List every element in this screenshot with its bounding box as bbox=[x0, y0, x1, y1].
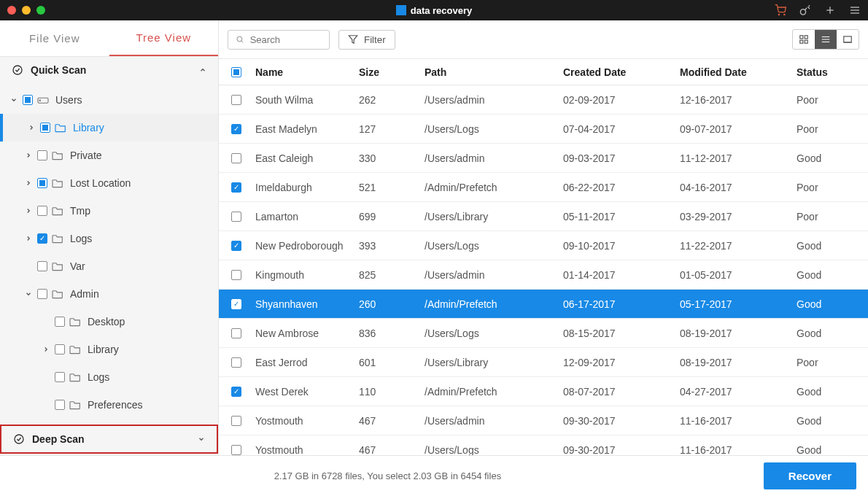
tree-item-tmp[interactable]: Tmp bbox=[0, 197, 218, 225]
table-header: Name Size Path Created Date Modified Dat… bbox=[219, 59, 868, 85]
column-status[interactable]: Status bbox=[792, 66, 865, 78]
tree-item-logs[interactable]: Logs bbox=[0, 363, 218, 391]
row-checkbox[interactable] bbox=[231, 182, 241, 193]
cell-path: /Users/Library bbox=[420, 357, 559, 368]
table-row[interactable]: East Madelyn127/Users/Logs07-04-201709-0… bbox=[219, 115, 868, 144]
table-row[interactable]: New Ambrose836/Users/Logs08-15-201708-19… bbox=[219, 319, 868, 348]
tree-item-users[interactable]: Users bbox=[0, 86, 218, 114]
view-mode-preview[interactable] bbox=[837, 30, 859, 49]
table-row[interactable]: Yostmouth467/Users/admin09-30-201711-16-… bbox=[219, 406, 868, 435]
row-checkbox[interactable] bbox=[231, 416, 241, 426]
tree-checkbox[interactable] bbox=[55, 317, 65, 327]
tree-item-library[interactable]: Library bbox=[0, 336, 218, 363]
cell-size: 393 bbox=[354, 240, 420, 252]
tree-item-logs[interactable]: Logs bbox=[0, 225, 218, 252]
tree-checkbox[interactable] bbox=[55, 372, 65, 382]
chevron-right-icon[interactable] bbox=[22, 235, 35, 242]
tree-item-var[interactable]: Var bbox=[0, 252, 218, 280]
cell-created: 02-09-2017 bbox=[559, 94, 675, 106]
row-checkbox[interactable] bbox=[231, 357, 241, 368]
chevron-right-icon[interactable] bbox=[22, 207, 35, 214]
chevron-down-icon[interactable] bbox=[7, 96, 20, 104]
cell-status: Good bbox=[792, 328, 865, 339]
tree-item-desktop[interactable]: Desktop bbox=[0, 308, 218, 336]
cell-size: 260 bbox=[354, 298, 420, 310]
chevron-right-icon[interactable] bbox=[25, 124, 38, 131]
chevron-right-icon[interactable] bbox=[22, 152, 35, 159]
table-row[interactable]: Lamarton699/Users/Library05-11-201703-29… bbox=[219, 202, 868, 231]
row-checkbox[interactable] bbox=[231, 328, 241, 338]
folder-icon bbox=[50, 206, 66, 216]
tree-checkbox[interactable] bbox=[40, 123, 50, 133]
search-box[interactable] bbox=[228, 30, 330, 50]
table-row[interactable]: Imeldaburgh521/Admin/Prefetch06-22-20170… bbox=[219, 173, 868, 202]
table-row[interactable]: East Caleigh330/Users/admin09-03-201711-… bbox=[219, 144, 868, 173]
row-checkbox[interactable] bbox=[231, 270, 241, 280]
cell-name: West Derek bbox=[251, 386, 354, 398]
tree-checkbox[interactable] bbox=[55, 400, 65, 410]
table-row[interactable]: Shyannhaven260/Admin/Prefetch06-17-20170… bbox=[219, 290, 868, 319]
tree-item-library[interactable]: Library bbox=[0, 114, 218, 142]
tab-tree-view[interactable]: Tree View bbox=[109, 20, 219, 56]
plus-icon[interactable] bbox=[824, 4, 836, 16]
scan-section-deep-scan[interactable]: Deep Scan bbox=[0, 425, 218, 454]
table-row[interactable]: East Jerrod601/Users/Library12-09-201708… bbox=[219, 348, 868, 377]
file-table: Name Size Path Created Date Modified Dat… bbox=[219, 59, 868, 455]
row-checkbox[interactable] bbox=[231, 387, 241, 397]
search-input[interactable] bbox=[250, 34, 322, 45]
tree-item-label: Library bbox=[69, 122, 104, 133]
grid-view-icon bbox=[799, 34, 809, 44]
tree-checkbox[interactable] bbox=[23, 95, 33, 105]
column-size[interactable]: Size bbox=[354, 66, 420, 78]
row-checkbox[interactable] bbox=[231, 445, 241, 455]
cell-path: /Users/admin bbox=[420, 269, 559, 281]
cell-created: 06-22-2017 bbox=[559, 182, 675, 193]
menu-icon[interactable] bbox=[849, 4, 861, 16]
tree-checkbox[interactable] bbox=[37, 233, 47, 244]
tree-checkbox[interactable] bbox=[37, 289, 47, 299]
table-row[interactable]: New Pedroborough393/Users/Logs09-10-2017… bbox=[219, 231, 868, 260]
view-mode-grid[interactable] bbox=[793, 30, 815, 49]
tree-item-private[interactable]: Private bbox=[0, 142, 218, 169]
key-icon[interactable] bbox=[799, 4, 811, 16]
tree-checkbox[interactable] bbox=[55, 344, 65, 354]
filter-button[interactable]: Filter bbox=[338, 30, 395, 50]
table-row[interactable]: Kingmouth825/Users/admin01-14-201701-05-… bbox=[219, 260, 868, 290]
chevron-right-icon[interactable] bbox=[39, 346, 53, 353]
select-all-checkbox[interactable] bbox=[231, 67, 241, 77]
row-checkbox[interactable] bbox=[231, 299, 241, 309]
column-path[interactable]: Path bbox=[420, 66, 559, 78]
tree-item-preferences[interactable]: Preferences bbox=[0, 391, 218, 419]
table-row[interactable]: Yostmouth467/Users/Logs09-30-201711-16-2… bbox=[219, 435, 868, 455]
table-row[interactable]: West Derek110/Admin/Prefetch08-07-201704… bbox=[219, 377, 868, 406]
column-created[interactable]: Created Date bbox=[559, 66, 675, 78]
tab-file-view[interactable]: File View bbox=[0, 20, 109, 56]
cart-icon[interactable] bbox=[775, 4, 786, 16]
filter-label: Filter bbox=[364, 34, 386, 45]
row-checkbox[interactable] bbox=[231, 124, 241, 134]
cell-size: 601 bbox=[354, 357, 420, 368]
maximize-icon[interactable] bbox=[36, 6, 45, 15]
tree-item-lost-location[interactable]: Lost Location bbox=[0, 169, 218, 197]
tree-checkbox[interactable] bbox=[37, 150, 47, 160]
recover-button[interactable]: Recover bbox=[764, 462, 856, 489]
scan-section-quick-scan[interactable]: Quick Scan bbox=[0, 57, 218, 83]
minimize-icon[interactable] bbox=[22, 6, 31, 15]
tree-checkbox[interactable] bbox=[37, 261, 47, 271]
tree-item-admin[interactable]: Admin bbox=[0, 280, 218, 308]
chevron-down-icon[interactable] bbox=[22, 290, 35, 298]
row-checkbox[interactable] bbox=[231, 95, 241, 105]
column-modified[interactable]: Modified Date bbox=[675, 66, 792, 78]
cell-path: /Admin/Prefetch bbox=[420, 298, 559, 310]
close-icon[interactable] bbox=[7, 6, 16, 15]
table-row[interactable]: South Wilma262/Users/admin02-09-201712-1… bbox=[219, 85, 868, 115]
chevron-right-icon[interactable] bbox=[22, 179, 35, 187]
column-name[interactable]: Name bbox=[251, 66, 354, 78]
tree-checkbox[interactable] bbox=[37, 178, 47, 188]
row-checkbox[interactable] bbox=[231, 153, 241, 163]
row-checkbox[interactable] bbox=[231, 241, 241, 251]
view-mode-list[interactable] bbox=[815, 30, 837, 49]
tree-checkbox[interactable] bbox=[37, 206, 47, 216]
cell-modified: 05-17-2017 bbox=[675, 298, 792, 310]
row-checkbox[interactable] bbox=[231, 212, 241, 222]
